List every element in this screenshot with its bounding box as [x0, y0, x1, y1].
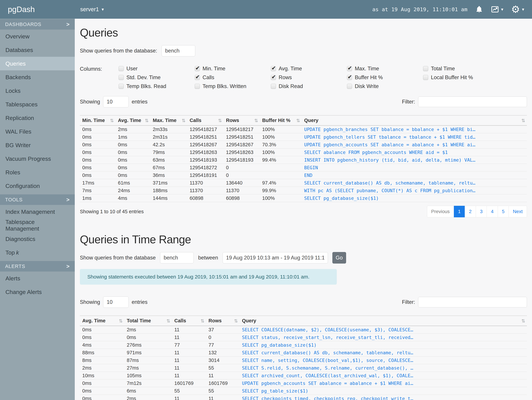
- column-toggle-rows[interactable]: Rows: [271, 74, 347, 81]
- column-toggle-disk-read[interactable]: Disk Read: [271, 83, 347, 89]
- column-header-avg-time[interactable]: Avg. Time⇅: [80, 316, 124, 326]
- page-size-input[interactable]: [103, 96, 129, 107]
- sort-icon[interactable]: ⇅: [145, 118, 149, 123]
- sidebar-item-alerts[interactable]: Alerts: [0, 272, 75, 285]
- column-toggle-std-dev-time[interactable]: Std. Dev. Time: [119, 74, 195, 81]
- column-toggle-calls[interactable]: Calls: [195, 74, 271, 81]
- sidebar-item-backends[interactable]: Backends: [0, 70, 75, 84]
- column-toggle-local-buffer-hit[interactable]: Local Buffer Hit %: [423, 74, 499, 81]
- pagination-4[interactable]: 4: [487, 206, 498, 217]
- query-link[interactable]: BEGIN: [302, 164, 527, 171]
- column-toggle-buffer-hit[interactable]: Buffer Hit %: [347, 74, 423, 81]
- column-toggle-total-time[interactable]: Total Time: [423, 66, 499, 72]
- sidebar-item-vacuum-progress[interactable]: Vacuum Progress: [0, 152, 75, 165]
- column-toggle-avg-time[interactable]: Avg. Time: [271, 66, 347, 72]
- query-link[interactable]: SELECT S.relid, S.schemaname, S.relname,…: [240, 364, 527, 372]
- checkbox-unchecked-icon[interactable]: [119, 75, 124, 80]
- checkbox-unchecked-icon[interactable]: [347, 84, 352, 89]
- checkbox-checked-icon[interactable]: [347, 75, 352, 80]
- column-toggle-max-time[interactable]: Max. Time: [347, 66, 423, 72]
- sidebar-section-tools[interactable]: TOOLS>: [0, 194, 75, 205]
- sidebar-item-diagnostics[interactable]: Diagnostics: [0, 232, 75, 246]
- checkbox-unchecked-icon[interactable]: [195, 84, 200, 89]
- sidebar-item-bg-writer[interactable]: BG Writer: [0, 138, 75, 152]
- checkbox-checked-icon[interactable]: [271, 66, 276, 71]
- column-header-query[interactable]: Query⇅: [240, 316, 527, 326]
- checkbox-checked-icon[interactable]: [271, 75, 276, 80]
- sidebar-section-dashboards[interactable]: DASHBOARDS>: [0, 19, 75, 30]
- checkbox-unchecked-icon[interactable]: [423, 75, 428, 80]
- query-link[interactable]: SELECT name, setting, COALESCE(boot_val,…: [240, 356, 527, 364]
- query-link[interactable]: UPDATE pgbench_branches SET bbalance = b…: [302, 126, 527, 133]
- sort-icon[interactable]: ⇅: [119, 318, 123, 323]
- database-input-2[interactable]: [160, 252, 194, 263]
- filter-input-2[interactable]: [418, 297, 527, 307]
- sidebar-item-configuration[interactable]: Configuration: [0, 179, 75, 193]
- sidebar-item-databases[interactable]: Databases: [0, 43, 75, 57]
- sort-icon[interactable]: ⇅: [296, 118, 300, 123]
- query-link[interactable]: SELECT checkpoints_timed, checkpoints_re…: [240, 395, 527, 400]
- query-link[interactable]: WITH pc AS (SELECT pubname, COUNT(*) AS …: [302, 187, 527, 194]
- column-toggle-min-time[interactable]: Min. Time: [195, 66, 271, 72]
- sort-icon[interactable]: ⇅: [110, 118, 114, 123]
- sort-icon[interactable]: ⇅: [521, 318, 525, 323]
- sidebar-item-overview[interactable]: Overview: [0, 30, 75, 43]
- column-toggle-temp-blks-written[interactable]: Temp Blks. Written: [195, 83, 271, 89]
- column-toggle-user[interactable]: User: [119, 66, 195, 72]
- sidebar-item-roles[interactable]: Roles: [0, 165, 75, 179]
- sidebar-item-replication[interactable]: Replication: [0, 111, 75, 125]
- checkbox-unchecked-icon[interactable]: [423, 66, 428, 71]
- sidebar-item-locks[interactable]: Locks: [0, 84, 75, 98]
- sort-icon[interactable]: ⇅: [166, 318, 170, 323]
- sort-icon[interactable]: ⇅: [201, 318, 204, 323]
- column-toggle-disk-write[interactable]: Disk Write: [347, 83, 423, 89]
- sort-icon[interactable]: ⇅: [521, 118, 525, 123]
- settings-menu-button[interactable]: ⚙ ▾: [511, 4, 524, 14]
- column-toggle-temp-blks-read[interactable]: Temp Blks. Read: [119, 83, 195, 89]
- query-link[interactable]: SELECT pg_database_size($1): [240, 341, 527, 349]
- query-link[interactable]: SELECT pg_table_size($1): [240, 387, 527, 395]
- filter-input[interactable]: [418, 96, 527, 107]
- column-header-avg-time[interactable]: Avg. Time⇅: [115, 115, 150, 126]
- column-header-query[interactable]: Query⇅: [302, 115, 527, 126]
- pagination-next[interactable]: Next: [509, 206, 527, 217]
- sidebar-item-index-management[interactable]: Index Management: [0, 205, 75, 219]
- checkbox-checked-icon[interactable]: [195, 66, 200, 71]
- checkbox-unchecked-icon[interactable]: [119, 66, 124, 71]
- sort-icon[interactable]: ⇅: [218, 118, 222, 123]
- sidebar-item-tablespaces[interactable]: Tablespaces: [0, 98, 75, 111]
- sidebar-item-wal-files[interactable]: WAL Files: [0, 125, 75, 138]
- checkbox-unchecked-icon[interactable]: [119, 84, 124, 89]
- page-size-input-2[interactable]: [103, 297, 129, 308]
- column-header-buffer-hit[interactable]: Buffer Hit %⇅: [260, 115, 302, 126]
- query-link[interactable]: UPDATE pgbench_tellers SET tbalance = tb…: [302, 133, 527, 141]
- checkbox-checked-icon[interactable]: [195, 75, 200, 80]
- query-link[interactable]: UPDATE pgbench_accounts SET abalance = a…: [302, 141, 527, 148]
- query-link[interactable]: SELECT pg_database_size($1): [302, 194, 527, 202]
- query-link[interactable]: UPDATE pgbench_accounts SET abalance = a…: [240, 380, 527, 387]
- sidebar-item-topk[interactable]: Topk: [0, 246, 75, 259]
- query-link[interactable]: SELECT current_database() AS db, scheman…: [302, 179, 527, 187]
- sort-icon[interactable]: ⇅: [182, 118, 185, 123]
- sort-icon[interactable]: ⇅: [254, 118, 258, 123]
- sidebar-item-queries[interactable]: Queries: [0, 57, 75, 70]
- sidebar-section-alerts[interactable]: ALERTS>: [0, 261, 75, 272]
- query-link[interactable]: SELECT archived_count, COALESCE(last_arc…: [240, 372, 527, 380]
- checkbox-checked-icon[interactable]: [347, 66, 352, 71]
- column-header-min-time[interactable]: Min. Time⇅: [80, 115, 115, 126]
- pagination-3[interactable]: 3: [476, 206, 487, 217]
- query-link[interactable]: END: [302, 171, 527, 179]
- column-header-max-time[interactable]: Max. Time⇅: [150, 115, 187, 126]
- query-link[interactable]: SELECT abalance FROM pgbench_accounts WH…: [302, 148, 527, 156]
- sort-icon[interactable]: ⇅: [234, 318, 238, 323]
- go-button[interactable]: Go: [332, 252, 346, 264]
- column-header-total-time[interactable]: Total Time⇅: [124, 316, 172, 326]
- query-link[interactable]: INSERT INTO pgbench_history (tid, bid, a…: [302, 156, 527, 164]
- query-link[interactable]: SELECT COALESCE(datname, $2), COALESCE(u…: [240, 326, 527, 334]
- database-input[interactable]: [162, 45, 195, 57]
- sidebar-item-tablespace-management[interactable]: Tablespace Management: [0, 219, 75, 232]
- sidebar-item-change-alerts[interactable]: Change Alerts: [0, 285, 75, 299]
- charts-menu-button[interactable]: ▾: [491, 5, 503, 13]
- column-header-calls[interactable]: Calls⇅: [172, 316, 206, 326]
- column-header-calls[interactable]: Calls⇅: [187, 115, 224, 126]
